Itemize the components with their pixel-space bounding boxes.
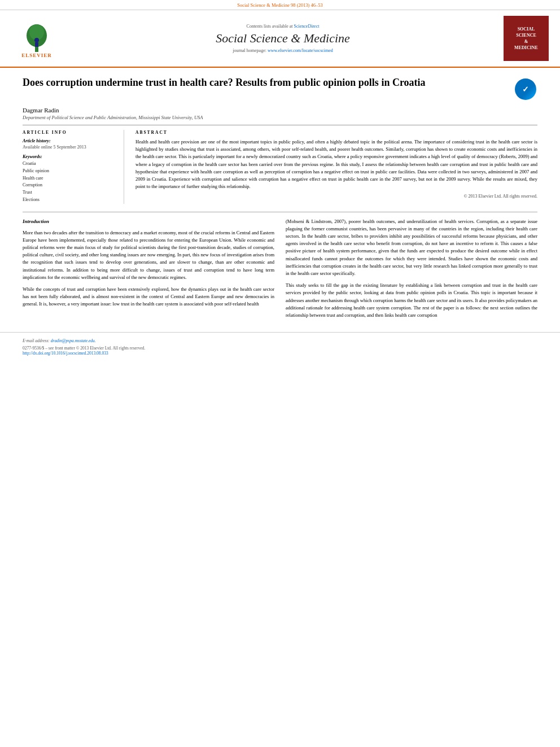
svg-rect-4 (35, 42, 38, 47)
elsevier-text: ELSEVIER (21, 53, 52, 58)
top-journal-bar: Social Science & Medicine 98 (2013) 46–5… (0, 0, 560, 10)
keyword-health-care: Health care (23, 175, 117, 182)
article-title: Does corruption undermine trust in healt… (23, 76, 509, 89)
journal-citation: Social Science & Medicine 98 (2013) 46–5… (237, 2, 323, 8)
email-line: E-mail address: dradin@pspa.msstate.edu. (23, 338, 537, 343)
keyword-croatia: Croatia (23, 160, 117, 168)
journal-name: Social Science & Medicine (68, 31, 498, 46)
section-divider (23, 212, 537, 212)
journal-logo-right: SOCIALSCIENCE&MEDICINE (504, 16, 549, 61)
body-col-right: (Mohseni & Lindstrom, 2007), poorer heal… (286, 218, 537, 324)
intro-p1: More than two decades after the transiti… (23, 229, 274, 281)
abstract-copyright: © 2013 Elsevier Ltd. All rights reserved… (135, 194, 537, 199)
article-footer: E-mail address: dradin@pspa.msstate.edu.… (0, 332, 560, 359)
crossmark-check-icon: ✓ (522, 85, 529, 94)
issn-text: 0277-9536/$ – see front matter © 2013 El… (23, 346, 145, 351)
keyword-trust: Trust (23, 189, 117, 196)
intro-p4: This study seeks to fill the gap in the … (286, 282, 537, 319)
svg-point-2 (29, 24, 44, 40)
article-info-abstract-section: ARTICLE INFO Article history: Available … (23, 125, 537, 204)
keyword-public-opinion: Public opinion (23, 168, 117, 175)
intro-p3: (Mohseni & Lindstrom, 2007), poorer heal… (286, 218, 537, 277)
article-info-column: ARTICLE INFO Article history: Available … (23, 130, 124, 204)
doi-line: http://dx.doi.org/10.1016/j.socscimed.20… (23, 351, 537, 356)
abstract-label: ABSTRACT (135, 130, 537, 135)
email-label: E-mail address: (23, 338, 50, 343)
keyword-corruption: Corruption (23, 182, 117, 189)
abstract-paragraph: Health and health care provision are one… (135, 138, 537, 190)
abstract-column: ABSTRACT Health and health care provisio… (135, 130, 537, 204)
article-title-section: Does corruption undermine trust in healt… (23, 76, 537, 103)
keyword-elections: Elections (23, 196, 117, 204)
sciencedirect-link[interactable]: ScienceDirect (294, 24, 320, 29)
svg-point-3 (34, 38, 39, 42)
journal-header: ELSEVIER Contents lists available at Sci… (0, 10, 560, 68)
crossmark-badge[interactable]: ✓ (515, 78, 537, 101)
article-container: Does corruption undermine trust in healt… (0, 68, 560, 332)
keywords-label: Keywords: (23, 154, 117, 159)
doi-link[interactable]: http://dx.doi.org/10.1016/j.socscimed.20… (23, 351, 108, 356)
article-available-online: Available online 5 September 2013 (23, 145, 117, 150)
intro-p2: While the concepts of trust and corrupti… (23, 286, 274, 308)
body-col-left: Introduction More than two decades after… (23, 218, 274, 324)
journal-title-block: Contents lists available at ScienceDirec… (68, 24, 498, 53)
article-history-label: Article history: (23, 138, 117, 143)
body-content: Introduction More than two decades after… (23, 218, 537, 324)
author-name: Dagmar Radin (23, 107, 537, 113)
article-info-label: ARTICLE INFO (23, 130, 117, 135)
elsevier-logo: ELSEVIER (11, 19, 62, 58)
issn-line: 0277-9536/$ – see front matter © 2013 El… (23, 346, 537, 351)
sciencedirect-label: Contents lists available at ScienceDirec… (68, 24, 498, 29)
author-affiliation: Department of Political Science and Publ… (23, 115, 537, 120)
elsevier-tree-icon (20, 24, 54, 53)
homepage-url[interactable]: www.elsevier.com/locate/socscimed (268, 48, 333, 53)
abstract-text: Health and health care provision are one… (135, 138, 537, 190)
keywords-list: Croatia Public opinion Health care Corru… (23, 160, 117, 204)
intro-heading: Introduction (23, 218, 274, 226)
homepage-label: journal homepage: www.elsevier.com/locat… (68, 48, 498, 53)
crossmark-icon[interactable]: ✓ (515, 78, 536, 100)
author-email[interactable]: dradin@pspa.msstate.edu. (51, 338, 96, 343)
journal-logo-right-text: SOCIALSCIENCE&MEDICINE (514, 26, 538, 51)
